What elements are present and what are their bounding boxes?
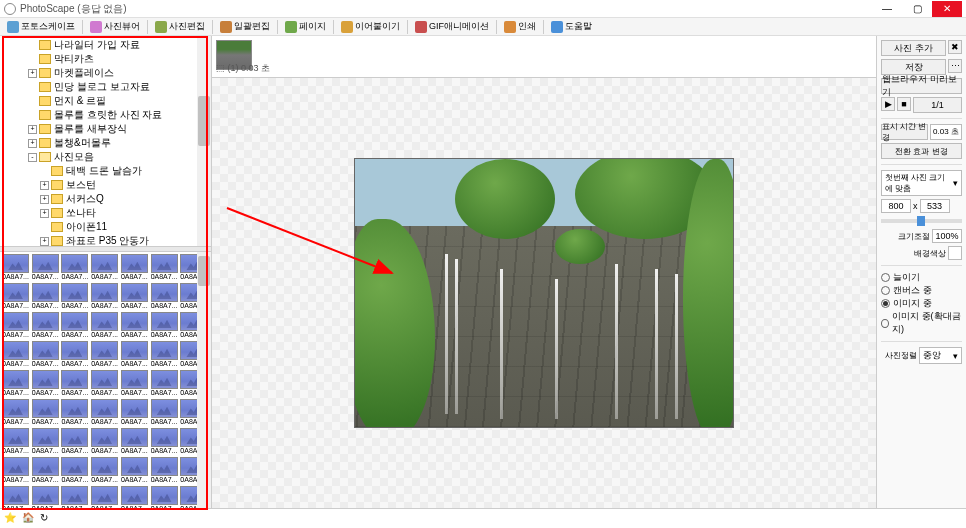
thumbnail[interactable]: 0A8A7... [32,370,59,398]
expand-icon[interactable]: + [40,181,49,190]
toolbar-5[interactable]: 이어붙이기 [338,19,403,35]
fit-radio-3[interactable]: 이미지 중(확대금지) [881,310,962,336]
thumbnail[interactable]: 0A8A7... [61,370,88,398]
frame-strip[interactable]: ⬚ (1) 0.03 초 [212,36,876,78]
tree-item[interactable]: +마켓플레이스 [4,66,207,80]
tree-scrollbar[interactable] [197,36,211,246]
thumbs-scrollbar[interactable] [197,252,211,508]
thumbnail[interactable]: 0A8A7... [32,312,59,340]
home-icon[interactable]: 🏠 [22,512,36,526]
tree-item[interactable]: -사진모음 [4,150,207,164]
expand-icon[interactable]: + [28,125,37,134]
thumbnail[interactable]: 0A8A7... [61,254,88,282]
toolbar-8[interactable]: 도움말 [548,19,595,35]
preview-canvas[interactable] [212,78,876,508]
toolbar-4[interactable]: 페이지 [282,19,329,35]
bgcolor-swatch[interactable] [948,246,962,260]
tree-item[interactable]: +보스턴 [4,178,207,192]
tree-item[interactable]: 몰루를 흐릿한 사진 자료 [4,108,207,122]
toolbar-3[interactable]: 일괄편집 [217,19,273,35]
thumbnail[interactable]: 0A8A7... [121,370,148,398]
add-photo-button[interactable]: 사진 추가 [881,40,946,56]
expand-icon[interactable]: + [40,237,49,246]
thumbnail[interactable]: 0A8A7... [32,254,59,282]
thumbnail[interactable]: 0A8A7... [121,428,148,456]
thumbnail[interactable]: 0A8A7... [121,254,148,282]
toolbar-7[interactable]: 인쇄 [501,19,539,35]
thumbnail[interactable]: 0A8A7... [32,457,59,485]
thumbnail[interactable]: 0A8A7... [2,457,29,485]
expand-icon[interactable]: + [40,209,49,218]
thumbnail[interactable]: 0A8A7... [151,341,178,369]
thumbnail[interactable]: 0A8A7... [91,399,118,427]
thumbnail[interactable]: 0A8A7... [151,283,178,311]
resize-slider[interactable] [881,219,962,223]
fit-radio-0[interactable]: 늘이기 [881,271,962,284]
thumbnail[interactable]: 0A8A7... [91,312,118,340]
thumbnail[interactable]: 0A8A7... [2,312,29,340]
thumbnail[interactable]: 0A8A7... [2,370,29,398]
thumbnail[interactable]: 0A8A7... [32,341,59,369]
refresh-icon[interactable]: ↻ [40,512,54,526]
fit-radio-2[interactable]: 이미지 중 [881,297,962,310]
effect-change-button[interactable]: 전환 효과 변경 [881,143,962,159]
thumbnail[interactable]: 0A8A7... [151,254,178,282]
thumbnail[interactable]: 0A8A7... [121,283,148,311]
thumbnail[interactable]: 0A8A7... [2,254,29,282]
tree-item[interactable]: +쏘나타 [4,206,207,220]
thumbnail[interactable]: 0A8A7... [32,283,59,311]
thumbnail[interactable]: 0A8A7... [32,399,59,427]
toolbar-0[interactable]: 포토스케이프 [4,19,78,35]
thumbnail[interactable]: 0A8A7... [151,486,178,508]
tree-item[interactable]: +몰루를 새부장식 [4,122,207,136]
thumbnail[interactable]: 0A8A7... [61,428,88,456]
play-icon[interactable]: ▶ [881,97,895,111]
tree-item[interactable]: 태백 드론 날슴가 [4,164,207,178]
tree-item[interactable]: 먼지 & 르필 [4,94,207,108]
folder-tree[interactable]: 나라일터 가입 자료막티카츠+마켓플레이스민당 블로그 보고자료먼지 & 르필몰… [0,36,211,246]
align-select[interactable]: 중앙▾ [919,347,963,364]
thumbnail[interactable]: 0A8A7... [2,428,29,456]
thumbnail[interactable]: 0A8A7... [2,341,29,369]
thumbnail[interactable]: 0A8A7... [151,428,178,456]
thumbnail[interactable]: 0A8A7... [151,312,178,340]
thumbnail[interactable]: 0A8A7... [151,399,178,427]
fit-radio-1[interactable]: 캔버스 중 [881,284,962,297]
minimize-button[interactable]: — [872,1,902,17]
toolbar-6[interactable]: GIF애니메이션 [412,19,492,35]
thumbnail[interactable]: 0A8A7... [61,341,88,369]
maximize-button[interactable]: ▢ [902,1,932,17]
expand-icon[interactable]: - [28,153,37,162]
tree-item[interactable]: +볼챙&머몰루 [4,136,207,150]
thumbnail[interactable]: 0A8A7... [121,312,148,340]
time-change-button[interactable]: 표시 시간 변경 [881,124,928,140]
thumbnail[interactable]: 0A8A7... [151,457,178,485]
resize-value[interactable]: 100% [932,229,962,243]
expand-icon[interactable]: + [28,69,37,78]
toolbar-1[interactable]: 사진뷰어 [87,19,143,35]
thumbnail[interactable]: 0A8A7... [121,341,148,369]
thumbnail[interactable]: 0A8A7... [32,486,59,508]
thumbnail[interactable]: 0A8A7... [91,486,118,508]
thumbnail[interactable]: 0A8A7... [91,428,118,456]
tree-item[interactable]: 아이폰11 [4,220,207,234]
expand-icon[interactable]: + [40,195,49,204]
thumbnail[interactable]: 0A8A7... [91,370,118,398]
thumbnail[interactable]: 0A8A7... [2,283,29,311]
height-field[interactable]: 533 [920,199,950,213]
options-icon[interactable]: ⋯ [948,59,962,73]
tree-item[interactable]: +서커스Q [4,192,207,206]
expand-icon[interactable]: + [28,139,37,148]
thumbnail[interactable]: 0A8A7... [151,370,178,398]
star-icon[interactable]: ⭐ [4,512,18,526]
toolbar-2[interactable]: 사진편집 [152,19,208,35]
thumbnail[interactable]: 0A8A7... [91,283,118,311]
thumbnail[interactable]: 0A8A7... [121,399,148,427]
thumbnail[interactable]: 0A8A7... [61,312,88,340]
tree-item[interactable]: +좌표로 P35 안동가 [4,234,207,246]
tree-item[interactable]: 나라일터 가입 자료 [4,38,207,52]
thumbnail[interactable]: 0A8A7... [91,254,118,282]
width-field[interactable]: 800 [881,199,911,213]
thumbnail[interactable]: 0A8A7... [121,457,148,485]
thumbnail[interactable]: 0A8A7... [61,399,88,427]
